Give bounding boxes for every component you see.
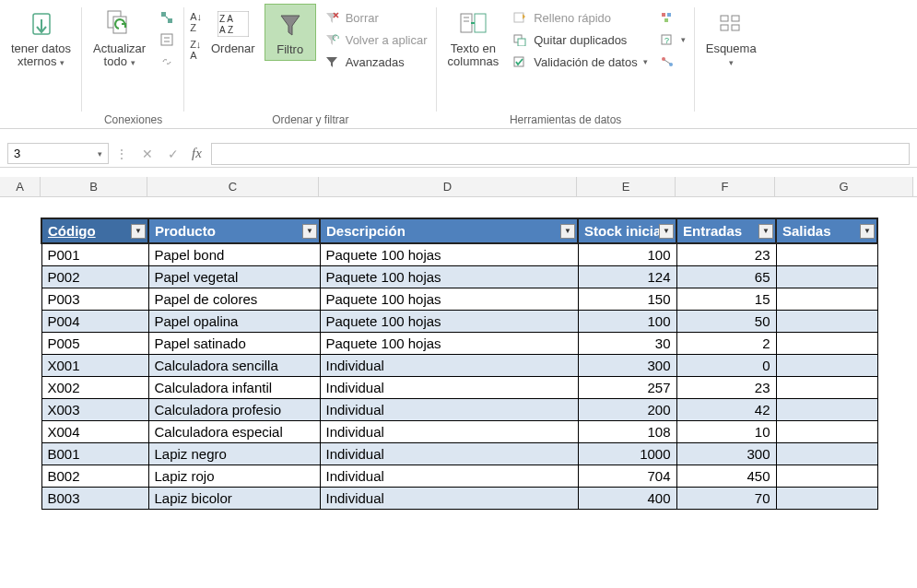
cell-salidas[interactable] <box>776 355 877 377</box>
cell-stock[interactable]: 100 <box>578 243 676 266</box>
fx-icon[interactable]: fx <box>186 146 207 161</box>
cell-descripcion[interactable]: Individual <box>320 399 578 421</box>
esquema-button[interactable]: Esquema▾ <box>700 4 762 73</box>
cell-salidas[interactable] <box>776 266 877 288</box>
th-entradas[interactable]: Entradas▼ <box>676 218 776 243</box>
filtro-button[interactable]: Filtro <box>265 4 316 61</box>
sort-desc-button[interactable]: Z↓A <box>190 39 202 61</box>
whatif-button[interactable]: ?▾ <box>655 29 689 50</box>
consolidate-button[interactable] <box>655 7 689 28</box>
col-header-E[interactable]: E <box>577 177 676 196</box>
cell-codigo[interactable]: B001 <box>41 443 148 465</box>
cell-entradas[interactable]: 10 <box>676 421 776 443</box>
cell-descripcion[interactable]: Paquete 100 hojas <box>320 333 578 355</box>
filter-dropdown-icon[interactable]: ▼ <box>302 224 317 239</box>
cell-stock[interactable]: 400 <box>578 488 676 510</box>
col-header-F[interactable]: F <box>676 177 775 196</box>
cell-stock[interactable]: 150 <box>578 288 676 311</box>
cell-stock[interactable]: 124 <box>578 266 676 288</box>
cell-stock[interactable]: 704 <box>578 465 676 488</box>
cell-stock[interactable]: 200 <box>578 399 676 421</box>
cell-descripcion[interactable]: Paquete 100 hojas <box>320 288 578 311</box>
th-stock[interactable]: Stock inicial▼ <box>578 218 676 243</box>
cell-entradas[interactable]: 2 <box>676 333 776 355</box>
col-header-B[interactable]: B <box>41 177 147 196</box>
col-header-G[interactable]: G <box>775 177 913 196</box>
cell-producto[interactable]: Papel de colores <box>148 288 320 311</box>
cell-salidas[interactable] <box>776 443 877 465</box>
cell-codigo[interactable]: P003 <box>41 288 148 311</box>
table-row[interactable]: X003Calculadora profesioIndividual20042 <box>41 399 877 421</box>
cell-descripcion[interactable]: Paquete 100 hojas <box>320 243 578 266</box>
filter-dropdown-icon[interactable]: ▼ <box>758 224 773 239</box>
filter-dropdown-icon[interactable]: ▼ <box>659 224 674 239</box>
col-header-C[interactable]: C <box>147 177 319 196</box>
cell-salidas[interactable] <box>776 488 877 510</box>
cell-salidas[interactable] <box>776 311 877 333</box>
cell-descripcion[interactable]: Individual <box>320 355 578 377</box>
cell-salidas[interactable] <box>776 399 877 421</box>
cell-producto[interactable]: Lapiz negro <box>148 443 320 465</box>
properties-button[interactable] <box>155 29 179 50</box>
cell-descripcion[interactable]: Individual <box>320 421 578 443</box>
table-row[interactable]: B001Lapiz negroIndividual1000300 <box>41 443 877 465</box>
quitar-duplicados-button[interactable]: Quitar duplicados <box>508 29 652 50</box>
name-box[interactable]: 3▾ <box>7 143 109 164</box>
cell-codigo[interactable]: P004 <box>41 311 148 333</box>
cell-descripcion[interactable]: Individual <box>320 465 578 488</box>
cell-stock[interactable]: 257 <box>578 377 676 399</box>
filter-dropdown-icon[interactable]: ▼ <box>560 224 575 239</box>
cell-producto[interactable]: Papel satinado <box>148 333 320 355</box>
cell-salidas[interactable] <box>776 243 877 266</box>
obtener-datos-button[interactable]: tener datosxternos ▾ <box>6 4 76 73</box>
cell-descripcion[interactable]: Paquete 100 hojas <box>320 311 578 333</box>
cell-descripcion[interactable]: Individual <box>320 377 578 399</box>
cell-producto[interactable]: Papel vegetal <box>148 266 320 288</box>
cell-codigo[interactable]: B003 <box>41 488 148 510</box>
actualizar-todo-button[interactable]: Actualizartodo ▾ <box>88 4 151 73</box>
avanzadas-button[interactable]: Avanzadas <box>320 52 431 72</box>
filter-dropdown-icon[interactable]: ▼ <box>860 224 875 239</box>
cell-stock[interactable]: 300 <box>578 355 676 377</box>
cell-entradas[interactable]: 70 <box>676 488 776 510</box>
cell-salidas[interactable] <box>776 465 877 488</box>
table-row[interactable]: X002Calculadora infantilIndividual25723 <box>41 377 877 399</box>
th-codigo[interactable]: Código▼ <box>41 218 148 243</box>
cell-stock[interactable]: 1000 <box>578 443 676 465</box>
ordenar-button[interactable]: Z AA Z Ordenar <box>206 4 261 59</box>
cell-entradas[interactable]: 23 <box>676 243 776 266</box>
table-row[interactable]: X001Calculadora sencillaIndividual3000 <box>41 355 877 377</box>
cell-codigo[interactable]: P005 <box>41 333 148 355</box>
cell-entradas[interactable]: 42 <box>676 399 776 421</box>
cell-entradas[interactable]: 300 <box>676 443 776 465</box>
table-row[interactable]: P004Papel opalinaPaquete 100 hojas10050 <box>41 311 877 333</box>
cell-salidas[interactable] <box>776 333 877 355</box>
cell-codigo[interactable]: X004 <box>41 421 148 443</box>
cell-entradas[interactable]: 450 <box>676 465 776 488</box>
cell-stock[interactable]: 100 <box>578 311 676 333</box>
cell-codigo[interactable]: X002 <box>41 377 148 399</box>
th-producto[interactable]: Producto▼ <box>148 218 320 243</box>
volver-aplicar-button[interactable]: Volver a aplicar <box>320 29 431 50</box>
filter-dropdown-icon[interactable]: ▼ <box>131 224 146 239</box>
cell-producto[interactable]: Calculadora profesio <box>148 399 320 421</box>
cell-descripcion[interactable]: Individual <box>320 488 578 510</box>
cell-producto[interactable]: Lapiz rojo <box>148 465 320 488</box>
sort-asc-button[interactable]: A↓Z <box>190 11 202 33</box>
relleno-rapido-button[interactable]: Relleno rápido <box>508 7 652 28</box>
cell-producto[interactable]: Lapiz bicolor <box>148 488 320 510</box>
validacion-datos-button[interactable]: Validación de datos ▾ <box>508 52 652 72</box>
cell-descripcion[interactable]: Individual <box>320 443 578 465</box>
cell-codigo[interactable]: X003 <box>41 399 148 421</box>
cell-codigo[interactable]: X001 <box>41 355 148 377</box>
cell-stock[interactable]: 108 <box>578 421 676 443</box>
table-row[interactable]: X004Calculadora especialIndividual10810 <box>41 421 877 443</box>
cell-producto[interactable]: Papel opalina <box>148 311 320 333</box>
table-row[interactable]: P003Papel de coloresPaquete 100 hojas150… <box>41 288 877 311</box>
table-row[interactable]: P005Papel satinadoPaquete 100 hojas302 <box>41 333 877 355</box>
table-row[interactable]: P002Papel vegetalPaquete 100 hojas12465 <box>41 266 877 288</box>
cell-entradas[interactable]: 65 <box>676 266 776 288</box>
grid-area[interactable]: Código▼ Producto▼ Descripción▼ Stock ini… <box>0 218 917 510</box>
cell-entradas[interactable]: 15 <box>676 288 776 311</box>
col-header-D[interactable]: D <box>319 177 577 196</box>
